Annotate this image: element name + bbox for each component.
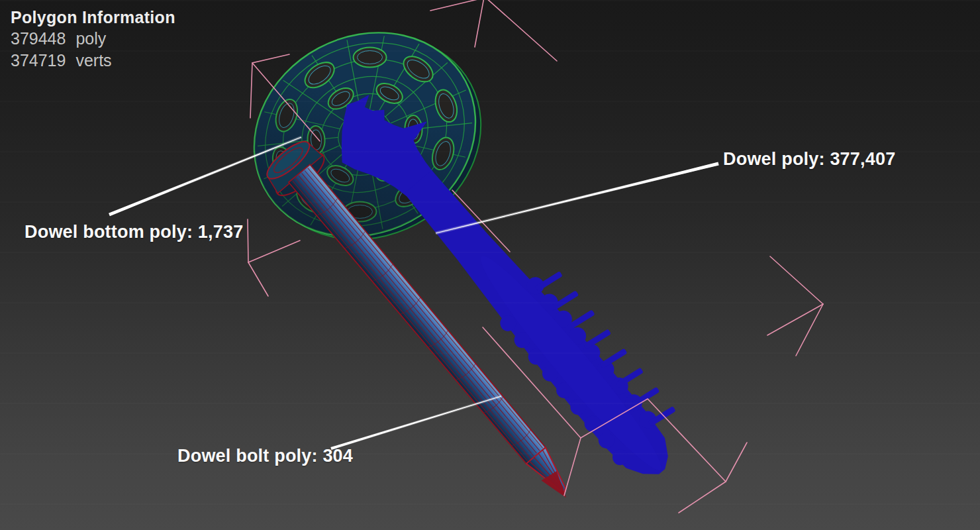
- polygon-info-title: Polygon Information: [11, 7, 175, 28]
- callout-dowel-poly: Dowel poly: 377,407: [723, 149, 895, 170]
- leader-dowel: [436, 162, 719, 234]
- verts-count-row: 374719 verts: [11, 50, 175, 72]
- poly-count-value: 379448: [11, 28, 66, 50]
- bracket-left-bottom: [248, 219, 300, 296]
- scene-canvas: [0, 0, 980, 530]
- polygon-info-panel: Polygon Information 379448 poly 374719 v…: [11, 7, 175, 72]
- callout-dowel-bottom-poly: Dowel bottom poly: 1,737: [24, 222, 243, 242]
- verts-count-unit: verts: [75, 50, 111, 72]
- poly-count-unit: poly: [75, 28, 106, 50]
- verts-count-value: 374719: [11, 50, 66, 72]
- viewport-3d[interactable]: Polygon Information 379448 poly 374719 v…: [0, 0, 980, 530]
- screw-sheen: [469, 246, 673, 480]
- leader-dowel-bolt: [330, 396, 501, 450]
- bracket-right: [767, 256, 823, 356]
- bracket-top-center: [430, 0, 557, 61]
- poly-count-row: 379448 poly: [11, 28, 175, 50]
- callout-dowel-bolt-poly: Dowel bolt poly: 304: [177, 446, 353, 466]
